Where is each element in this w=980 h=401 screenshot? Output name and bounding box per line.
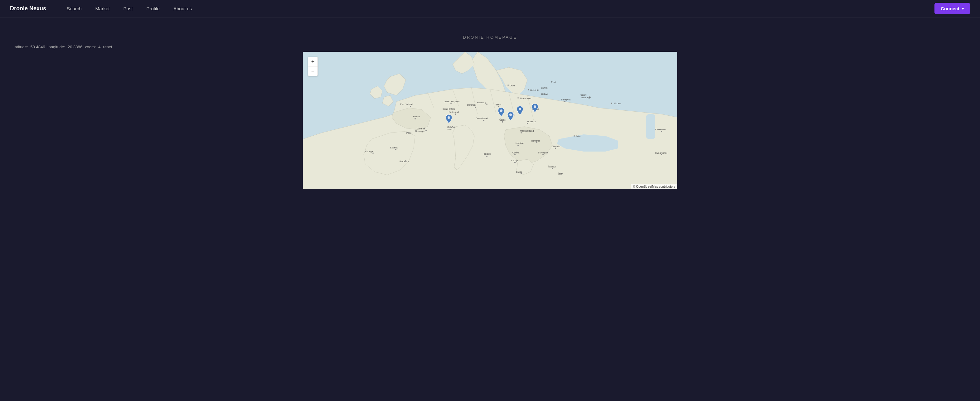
svg-text:Danmark: Danmark	[467, 104, 476, 106]
svg-text:Nederland: Nederland	[449, 111, 459, 113]
zoom-label: zoom:	[85, 45, 96, 49]
svg-text:Hamburg: Hamburg	[477, 101, 486, 104]
svg-text:Казахстан: Казахстан	[655, 129, 666, 130]
svg-text:Stockholm: Stockholm	[520, 97, 531, 100]
map-attribution: © OpenStreetMap contributors	[631, 184, 677, 189]
svg-text:United Kingdom: United Kingdom	[444, 100, 460, 103]
nav-item-search[interactable]: Search	[61, 3, 88, 14]
svg-point-78	[372, 153, 374, 154]
svg-point-26	[455, 113, 456, 115]
svg-text:Helsinki: Helsinki	[530, 89, 539, 92]
svg-point-14	[450, 103, 452, 104]
svg-text:Србија: Србија	[512, 151, 519, 154]
svg-text:Berlin: Berlin	[496, 103, 501, 106]
nav-item-post[interactable]: Post	[118, 3, 138, 14]
svg-point-22	[486, 103, 487, 105]
svg-point-20	[475, 107, 476, 108]
nav-item-about[interactable]: About us	[168, 3, 197, 14]
longitude-value: 20.3886	[68, 45, 82, 49]
svg-point-80	[661, 130, 662, 132]
svg-text:România: România	[531, 140, 540, 142]
svg-point-52	[514, 154, 515, 155]
map-info-bar: latitude: 50.4846 longitude: 20.3886 zoo…	[13, 45, 967, 49]
zoom-out-button[interactable]: −	[308, 67, 318, 76]
svg-point-44	[520, 132, 522, 134]
svg-text:Київ: Київ	[576, 135, 581, 137]
svg-point-89	[509, 113, 512, 116]
svg-text:Great Britain: Great Britain	[442, 108, 455, 110]
svg-text:Magyarország: Magyarország	[520, 130, 534, 132]
svg-point-82	[661, 154, 662, 155]
svg-point-91	[534, 105, 536, 108]
svg-text:Barcelona: Barcelona	[399, 160, 409, 162]
page-title: DRONIE HOMEPAGE	[13, 35, 967, 40]
svg-text:Chișinău: Chișinău	[552, 145, 560, 148]
connect-button[interactable]: Connect ▾	[934, 3, 970, 14]
svg-text:Zagreb: Zagreb	[484, 153, 491, 155]
svg-text:Paris: Paris	[406, 132, 411, 134]
svg-text:България: България	[538, 151, 548, 154]
map-marker-3[interactable]	[508, 111, 514, 120]
chevron-down-icon: ▾	[962, 6, 964, 11]
svg-text:Ελλάς: Ελλάς	[516, 171, 522, 173]
svg-text:Hrvatska: Hrvatska	[515, 142, 524, 144]
svg-point-50	[517, 145, 519, 146]
map-container[interactable]: Oslo Helsinki Stockholm United Kingdom G…	[303, 52, 677, 189]
svg-point-36	[611, 103, 612, 104]
svg-point-28	[483, 120, 484, 121]
svg-point-58	[514, 162, 515, 163]
svg-text:Golfe deGascogne: Golfe deGascogne	[415, 127, 425, 132]
map-zoom-controls: + −	[308, 57, 318, 76]
svg-point-8	[508, 84, 509, 86]
svg-point-66	[425, 130, 427, 131]
svg-text:Беларусь: Беларусь	[561, 99, 571, 101]
nav-links: Search Market Post Profile About us	[61, 3, 934, 14]
svg-text:İzmir: İzmir	[558, 172, 563, 175]
svg-point-40	[502, 121, 503, 123]
svg-text:Скопје: Скопје	[511, 159, 518, 162]
nav-item-profile[interactable]: Profile	[141, 3, 165, 14]
svg-point-32	[564, 101, 565, 102]
svg-point-42	[527, 123, 528, 124]
svg-point-24	[498, 106, 500, 107]
main-content: DRONIE HOMEPAGE latitude: 50.4846 longit…	[0, 18, 980, 196]
svg-text:Oslo: Oslo	[510, 84, 515, 87]
zoom-value: 4	[98, 45, 100, 49]
svg-point-10	[528, 89, 529, 91]
latitude-value: 50.4846	[30, 45, 45, 49]
svg-text:Eesti: Eesti	[551, 81, 556, 83]
map-marker-4[interactable]	[517, 106, 523, 115]
svg-text:Latvija: Latvija	[541, 87, 547, 89]
svg-text:Slovenko: Slovenko	[527, 120, 536, 123]
svg-text:Нур-Султан: Нур-Султан	[655, 152, 667, 154]
svg-text:France: France	[413, 115, 420, 118]
svg-point-54	[486, 156, 487, 157]
nav-item-market[interactable]: Market	[90, 3, 115, 14]
map-marker-5[interactable]	[532, 103, 538, 112]
svg-point-74	[395, 149, 396, 150]
longitude-label: longitude:	[48, 45, 65, 49]
connect-label: Connect	[941, 6, 959, 11]
svg-point-12	[517, 97, 519, 99]
svg-text:Česko: Česko	[500, 118, 506, 121]
zoom-in-button[interactable]: +	[308, 57, 318, 67]
map-marker-1[interactable]	[446, 115, 452, 123]
svg-point-62	[552, 168, 553, 169]
brand-logo[interactable]: Dronie Nexus	[10, 5, 46, 12]
svg-point-18	[410, 106, 411, 107]
svg-rect-1	[646, 114, 655, 139]
map-background: Oslo Helsinki Stockholm United Kingdom G…	[303, 52, 677, 189]
svg-point-48	[542, 154, 544, 155]
map-marker-2[interactable]	[498, 108, 504, 116]
svg-text:Москва: Москва	[614, 102, 621, 105]
svg-text:Portugal: Portugal	[365, 150, 374, 153]
navbar-right: Connect ▾	[934, 3, 970, 14]
svg-point-56	[555, 148, 556, 149]
svg-point-87	[447, 116, 450, 119]
svg-text:España: España	[390, 146, 398, 149]
svg-text:Deutschland: Deutschland	[476, 117, 488, 119]
svg-point-68	[415, 118, 416, 119]
map-reset-link[interactable]: reset	[103, 45, 112, 49]
svg-text:İstanbul: İstanbul	[548, 165, 556, 168]
svg-text:Lietuva: Lietuva	[541, 93, 548, 95]
